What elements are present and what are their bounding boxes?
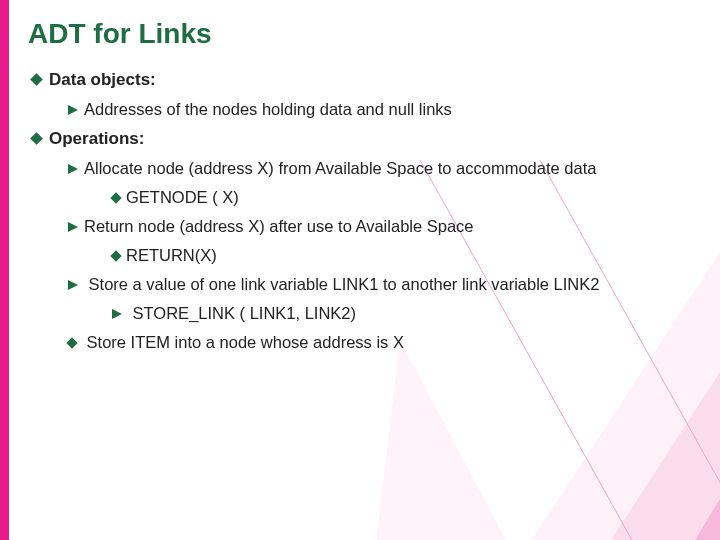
code-text: GETNODE ( X): [126, 188, 239, 206]
data-objects-item: Addresses of the nodes holding data and …: [68, 100, 692, 119]
arrow-bullet-icon: [112, 309, 122, 319]
op-return: Return node (address X) after use to Ava…: [68, 217, 692, 236]
diamond-bullet-icon: [110, 250, 121, 261]
slide-content: ADT for Links Data objects: Addresses of…: [0, 0, 720, 352]
heading-text: Data objects:: [49, 70, 156, 89]
code-text: STORE_LINK ( LINK1, LINK2): [128, 304, 356, 322]
arrow-bullet-icon: [68, 280, 78, 290]
op-allocate: Allocate node (address X) from Available…: [68, 159, 692, 178]
arrow-bullet-icon: [68, 164, 78, 174]
op-allocate-code: GETNODE ( X): [112, 188, 692, 207]
svg-marker-2: [610, 400, 720, 540]
diamond-bullet-icon: [30, 132, 43, 145]
op-return-code: RETURN(X): [112, 246, 692, 265]
op-text: Store ITEM into a node whose address is …: [82, 333, 404, 351]
svg-marker-3: [360, 340, 580, 540]
op-text: Allocate node (address X) from Available…: [84, 159, 596, 177]
op-text: Store a value of one link variable LINK1…: [84, 275, 599, 293]
diamond-bullet-icon: [110, 192, 121, 203]
slide-title: ADT for Links: [28, 18, 692, 50]
op-text: Return node (address X) after use to Ava…: [84, 217, 474, 235]
diamond-bullet-icon: [30, 73, 43, 86]
op-store-link-code: STORE_LINK ( LINK1, LINK2): [112, 304, 692, 323]
op-store-item: Store ITEM into a node whose address is …: [68, 333, 692, 352]
op-store-link: Store a value of one link variable LINK1…: [68, 275, 692, 294]
item-text: Addresses of the nodes holding data and …: [84, 100, 452, 118]
heading-text: Operations:: [49, 129, 144, 148]
diamond-bullet-icon: [66, 337, 77, 348]
arrow-bullet-icon: [68, 222, 78, 232]
data-objects-heading: Data objects:: [32, 70, 692, 90]
arrow-bullet-icon: [68, 105, 78, 115]
operations-heading: Operations:: [32, 129, 692, 149]
code-text: RETURN(X): [126, 246, 217, 264]
